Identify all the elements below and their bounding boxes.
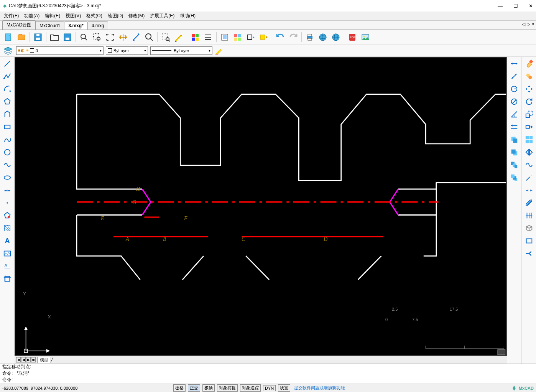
first-layout[interactable]: ⏮ [16, 357, 21, 362]
menu-modify[interactable]: 修改(M) [128, 13, 145, 19]
ellipse-tool[interactable] [1, 171, 13, 184]
linetype-dropdown[interactable]: ByLayer [150, 46, 212, 55]
layer-dropdown[interactable]: ■◐ ☀ 0 [16, 46, 104, 55]
move-tool[interactable] [523, 83, 535, 95]
select-button[interactable] [159, 31, 172, 43]
color-dropdown[interactable]: ByLayer [106, 46, 148, 55]
mirror-tool[interactable] [523, 146, 535, 158]
mtext-tool[interactable]: A [1, 260, 13, 272]
offset-tool[interactable] [523, 197, 535, 209]
align-back-tool[interactable] [508, 146, 520, 158]
menu-view[interactable]: 视图(V) [66, 13, 81, 19]
draw-button[interactable] [173, 31, 185, 43]
status-dyn[interactable]: DYN [263, 385, 276, 391]
menu-file[interactable]: 文件(F) [4, 13, 19, 19]
zoom-window-button[interactable] [78, 31, 90, 43]
tab-mxcad-cloud[interactable]: MxCAD云图 [2, 20, 36, 30]
redo-button[interactable] [287, 31, 299, 43]
dim-angle-tool[interactable] [508, 108, 520, 120]
maximize-button[interactable]: ☐ [513, 3, 518, 9]
trim-tool[interactable] [523, 133, 535, 146]
zoom-extents-button[interactable] [104, 31, 116, 43]
next-layout[interactable]: ▶ [26, 357, 31, 362]
list-button[interactable] [202, 31, 214, 43]
wave-tool[interactable] [523, 159, 535, 171]
arrow-split-tool[interactable] [523, 247, 535, 260]
text-tool[interactable]: A [1, 235, 13, 247]
colors-button[interactable] [189, 31, 201, 43]
new-button[interactable] [2, 31, 15, 43]
status-polar[interactable]: 极轴 [202, 384, 215, 392]
erase-tool[interactable] [523, 58, 535, 70]
arc-tool[interactable] [1, 83, 13, 95]
tab-4mxg[interactable]: 4.mxg [87, 21, 109, 30]
rotate-tool[interactable] [523, 96, 535, 108]
menu-function[interactable]: 功能(A) [24, 13, 39, 19]
status-otrack[interactable]: 对象追踪 [240, 384, 261, 392]
layer-button[interactable] [219, 31, 231, 43]
pdf-button[interactable]: PDF [346, 31, 358, 43]
region-tool[interactable] [1, 222, 13, 234]
status-ortho[interactable]: 正交 [188, 384, 200, 392]
tab-close[interactable]: × [532, 21, 534, 27]
extend-tool[interactable] [523, 171, 535, 184]
tab-mxcloud1[interactable]: MxCloud1 [35, 21, 64, 30]
command-input[interactable] [14, 377, 534, 383]
line-tool[interactable] [1, 58, 13, 70]
box3d-tool[interactable] [523, 222, 535, 234]
saveas-button[interactable] [61, 31, 74, 43]
circle-tool[interactable] [1, 146, 13, 158]
prev-layout[interactable]: ◀ [21, 357, 26, 362]
stretch-tool[interactable] [523, 121, 535, 133]
save-button[interactable] [32, 31, 44, 43]
close-button[interactable]: ✕ [529, 3, 533, 9]
image-tool[interactable] [1, 247, 13, 260]
undo-button[interactable] [274, 31, 286, 43]
scale-tool[interactable] [523, 108, 535, 120]
dim-horiz-tool[interactable] [508, 121, 520, 133]
spline2-tool[interactable] [1, 159, 13, 171]
point-tool[interactable] [1, 197, 13, 209]
zoom-button[interactable] [143, 31, 155, 43]
folder-button[interactable] [48, 31, 61, 43]
menu-edit[interactable]: 编辑(E) [45, 13, 60, 19]
image-button[interactable] [359, 31, 372, 43]
status-osnap[interactable]: 对象捕捉 [217, 384, 238, 392]
move-rect-button[interactable] [245, 31, 257, 43]
minimize-button[interactable]: — [498, 3, 503, 9]
revcloud-tool[interactable] [1, 184, 13, 196]
tab-scroll-left[interactable]: ◁ [522, 21, 525, 27]
open-button[interactable] [15, 31, 28, 43]
dim-radius-tool[interactable] [508, 83, 520, 95]
last-layout[interactable]: ⏭ [31, 357, 36, 362]
props-button[interactable] [232, 31, 244, 43]
pan-button[interactable] [117, 31, 129, 43]
measure-button[interactable] [130, 31, 142, 43]
send-backward-tool[interactable] [508, 171, 520, 184]
tab-3mxg[interactable]: 3.mxg* [64, 21, 87, 30]
print-button[interactable] [304, 31, 316, 43]
dim-diameter-tool[interactable] [508, 96, 520, 108]
menu-format[interactable]: 格式(O) [86, 13, 102, 19]
rect-modify-tool[interactable] [523, 235, 535, 247]
web2-button[interactable] [330, 31, 342, 43]
menu-help[interactable]: 帮助(H) [180, 13, 196, 19]
break-tool[interactable] [523, 184, 535, 196]
dim-aligned-tool[interactable] [508, 70, 520, 82]
bring-forward-tool[interactable] [508, 159, 520, 171]
align-front-tool[interactable] [508, 133, 520, 146]
menu-ext[interactable]: 扩展工具(E) [150, 13, 174, 19]
polygon-open-tool[interactable] [1, 108, 13, 120]
web1-button[interactable] [317, 31, 329, 43]
rect-tool[interactable] [1, 121, 13, 133]
copy-tool[interactable] [523, 70, 535, 82]
status-grid[interactable]: 栅格 [173, 384, 186, 392]
polygon-tool[interactable] [1, 96, 13, 108]
highlight-button[interactable] [258, 31, 270, 43]
tab-scroll-right[interactable]: ▷ [527, 21, 530, 27]
polyline-tool[interactable] [1, 70, 13, 82]
parallel-tool[interactable] [523, 209, 535, 222]
lineweight-button[interactable] [215, 46, 223, 55]
model-tab[interactable]: 模型 [37, 357, 51, 363]
status-lweight[interactable]: 线宽 [278, 384, 290, 392]
